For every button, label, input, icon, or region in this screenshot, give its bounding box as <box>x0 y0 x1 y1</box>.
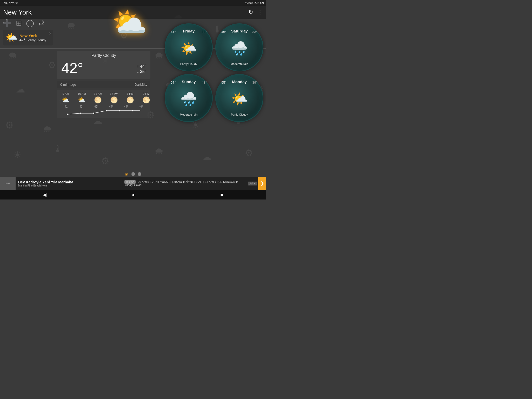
svg-point-2 <box>93 113 94 114</box>
app-title: New York <box>3 8 32 16</box>
header-actions: ↻ ⋮ <box>248 9 263 16</box>
main-temperature: 42° <box>61 59 83 76</box>
high-temp-value: 44° <box>140 64 146 69</box>
forecast-condition-sunday: Moderate rain <box>180 113 198 116</box>
svg-point-1 <box>80 113 81 114</box>
battery-indicator: %100 <box>245 1 252 4</box>
current-weather-info: New York 42° Partly Cloudy <box>19 34 46 42</box>
dot-sun[interactable]: ☀ <box>125 172 129 176</box>
forecast-day-monday: Monday <box>232 79 247 84</box>
forecast-lo-monday: 39° <box>252 81 257 84</box>
status-date: Thu, Nov 29 <box>2 1 18 4</box>
up-arrow: ↑ <box>137 64 139 69</box>
temp-row: 42° ↑ 44° ↓ 35° <box>61 59 146 76</box>
temp-labels: 41°42°42°44°44°44° <box>59 105 148 108</box>
hour-label: 9 AM <box>62 92 69 95</box>
svg-point-5 <box>132 110 133 111</box>
low-temp: ↓ 35° <box>137 69 146 74</box>
forecast-hi-monday: 55° <box>221 81 227 84</box>
forecast-condition-saturday: Moderate rain <box>231 62 248 65</box>
forecast-condition-monday: Partly Cloudy <box>231 113 248 116</box>
forecast-icon-monday: 🌤️ <box>231 91 248 107</box>
hour-label: 1 PM <box>127 92 134 95</box>
hour-icon: 🌕 <box>142 96 150 104</box>
ad-content: 29 Aralık EVENT YÜKSEL | 30 Aralık ZİYNE… <box>124 180 238 187</box>
recent-apps-button[interactable]: ■ <box>220 192 223 198</box>
forecast-saturday[interactable]: Saturday 46° 33° 🌧️ Moderate rain <box>215 23 263 71</box>
list-item: 11 AM 🌕 <box>91 92 104 104</box>
hourly-row: 9 AM ⛅ 10 AM ⛅ 11 AM 🌕 12 PM 🌕 1 PM 🌕 2 … <box>59 92 148 104</box>
navigation-bar: ◀ ● ■ <box>0 190 266 200</box>
ad-thumbnail: IMG <box>0 177 16 190</box>
dot-1[interactable] <box>131 172 135 176</box>
dot-2[interactable] <box>138 172 141 176</box>
forecast-day-friday: Friday <box>183 29 195 33</box>
weather-detail-panel: Partly Cloudy 42° ↑ 44° ↓ 35° 0 min. ago… <box>57 51 150 118</box>
status-time: 5:33 pm <box>254 1 264 4</box>
forecast-icon-saturday: 🌧️ <box>231 41 248 56</box>
list-item: 2 PM 🌕 <box>140 92 153 104</box>
hour-label: 2 PM <box>143 92 150 95</box>
ad-left-text: Dev Kadroyla Yeni Yıla Merhaba Maritim P… <box>16 179 122 188</box>
forecast-day-saturday: Saturday <box>231 29 248 33</box>
forecast-icon-friday: 🌤️ <box>180 41 197 56</box>
forecast-friday[interactable]: Friday 41° 32° 🌤️ Partly Cloudy <box>165 23 213 71</box>
temp-hilo: ↑ 44° ↓ 35° <box>137 64 146 74</box>
menu-button[interactable]: ⋮ <box>257 9 263 16</box>
switch-button[interactable]: ⇄ <box>38 19 44 27</box>
svg-point-4 <box>119 110 120 111</box>
widget-button[interactable]: ⊞ <box>16 19 22 27</box>
svg-point-0 <box>67 114 68 115</box>
close-card-button[interactable]: ✕ <box>49 31 52 36</box>
list-item: 12 PM 🌕 <box>108 92 121 104</box>
hour-label: 10 AM <box>78 92 86 95</box>
status-bar: Thu, Nov 29 %100 5:33 pm <box>0 0 266 6</box>
hour-icon: 🌕 <box>126 96 134 104</box>
home-button[interactable]: ● <box>132 192 135 198</box>
ad-next-button[interactable]: ❯ <box>258 177 266 190</box>
hourly-panel: 9 AM ⛅ 10 AM ⛅ 11 AM 🌕 12 PM 🌕 1 PM 🌕 2 … <box>57 90 150 118</box>
forecast-lo-saturday: 33° <box>252 30 257 34</box>
weather-main-card: Partly Cloudy 42° ↑ 44° ↓ 35° <box>57 51 150 79</box>
forecast-sunday[interactable]: Sunday 57° 48° 🌧️ Moderate rain <box>165 74 213 122</box>
temp-graph <box>59 109 148 115</box>
add-location-button[interactable]: ➕ <box>3 19 12 27</box>
forecast-lo-sunday: 48° <box>202 81 207 84</box>
current-city-name: New York <box>19 34 46 38</box>
hour-icon: ⛅ <box>62 96 70 104</box>
ad-subtitle: Maritim Pine Beach Hotel <box>18 184 119 187</box>
toolbar: ➕ ⊞ ◯ ⇄ <box>3 19 44 27</box>
ad-middle-text: Test Ad 29 Aralık EVENT YÜKSEL | 30 Aral… <box>122 179 248 188</box>
svg-point-3 <box>106 110 107 111</box>
hour-label: 11 AM <box>94 92 102 95</box>
page-dots: ☀ <box>125 172 141 176</box>
main-weather-icon: ⛅ <box>112 8 147 36</box>
forecast-hi-friday: 41° <box>171 30 176 34</box>
list-item: 1 PM 🌕 <box>124 92 137 104</box>
settings-button[interactable]: ◯ <box>26 19 34 27</box>
last-updated: 0 min. ago <box>60 83 76 87</box>
ad-banner: IMG Dev Kadroyla Yeni Yıla Merhaba Marit… <box>0 177 266 190</box>
hour-label: 12 PM <box>110 92 118 95</box>
current-weather-icon: 🌤️ <box>5 32 17 43</box>
forecast-icon-sunday: 🌧️ <box>180 91 197 107</box>
forecast-day-sunday: Sunday <box>182 79 196 84</box>
ad-arrow-icon: ❯ <box>260 181 264 186</box>
forecast-panel: Friday 41° 32° 🌤️ Partly Cloudy Saturday… <box>165 23 263 122</box>
current-condition: Partly Cloudy <box>28 38 46 42</box>
ad-label-badge: Ad ▼ <box>248 182 257 185</box>
weather-condition-label: Partly Cloudy <box>61 53 146 58</box>
list-item: 10 AM ⛅ <box>75 92 88 104</box>
back-button[interactable]: ◀ <box>43 192 46 198</box>
refresh-button[interactable]: ↻ <box>248 9 253 16</box>
forecast-hi-sunday: 57° <box>171 81 176 84</box>
forecast-condition-friday: Partly Cloudy <box>180 62 197 65</box>
updated-bar: 0 min. ago DarkSky <box>57 81 150 88</box>
forecast-monday[interactable]: Monday 55° 39° 🌤️ Partly Cloudy <box>215 74 263 122</box>
hour-icon: ⛅ <box>78 96 86 104</box>
low-temp-value: 35° <box>140 69 146 74</box>
list-item: 9 AM ⛅ <box>59 92 72 104</box>
high-temp: ↑ 44° <box>137 64 146 69</box>
hour-icon: 🌕 <box>110 96 118 104</box>
forecast-lo-friday: 32° <box>202 30 207 34</box>
